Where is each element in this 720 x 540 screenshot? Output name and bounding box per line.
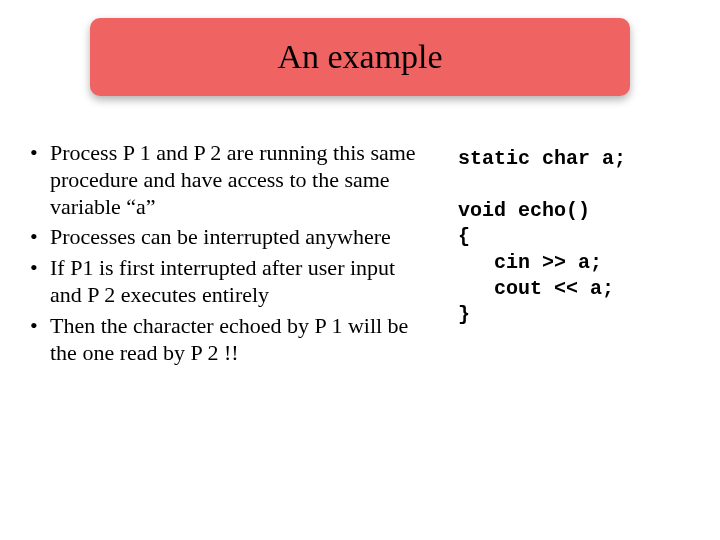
bullet-list: Process P 1 and P 2 are running this sam… — [28, 140, 428, 367]
slide-title: An example — [277, 38, 442, 76]
title-box: An example — [90, 18, 630, 96]
code-line: cin >> a; — [458, 251, 602, 274]
bullet-item: If P1 is first interrupted after user in… — [28, 255, 428, 309]
slide: An example Process P 1 and P 2 are runni… — [0, 0, 720, 540]
code-block: static char a; void echo() { cin >> a; c… — [458, 146, 692, 328]
code-line: static char a; — [458, 147, 626, 170]
code-line: } — [458, 303, 470, 326]
bullet-column: Process P 1 and P 2 are running this sam… — [28, 140, 438, 371]
code-line: void echo() — [458, 199, 590, 222]
code-line: cout << a; — [458, 277, 614, 300]
bullet-item: Process P 1 and P 2 are running this sam… — [28, 140, 428, 220]
code-column: static char a; void echo() { cin >> a; c… — [438, 140, 692, 371]
code-line: { — [458, 225, 470, 248]
bullet-item: Processes can be interrupted anywhere — [28, 224, 428, 251]
bullet-item: Then the character echoed by P 1 will be… — [28, 313, 428, 367]
body-area: Process P 1 and P 2 are running this sam… — [28, 140, 692, 371]
